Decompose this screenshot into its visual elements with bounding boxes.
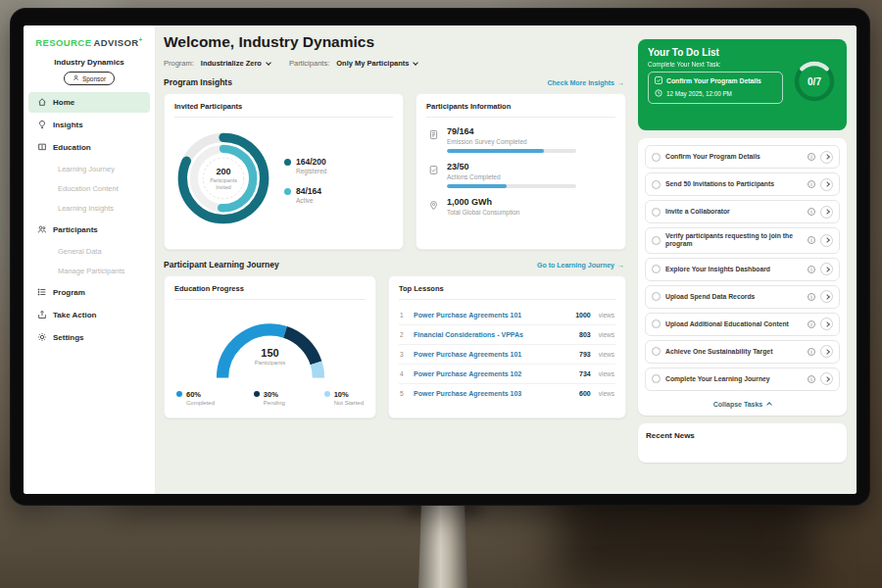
checkbox-checked-icon	[655, 76, 662, 86]
task-row[interactable]: Confirm Your Program Details	[645, 145, 840, 169]
legend-value: 164/200	[296, 157, 326, 167]
task-row[interactable]: Achieve One Sustainability Target	[645, 340, 840, 364]
dashboard-screen: RESOURCEADVISOR+ Industry Dynamics Spons…	[24, 25, 857, 494]
chevron-right-icon[interactable]	[820, 290, 833, 303]
sidebar-item-education-content[interactable]: Education Content	[28, 179, 150, 198]
participants-filter-dropdown[interactable]: Only My Participants	[336, 59, 417, 68]
chevron-right-icon[interactable]	[820, 151, 833, 164]
check-more-insights-link[interactable]: Check More Insights →	[548, 79, 624, 86]
lesson-link[interactable]: Power Purchase Agreements 101	[414, 312, 569, 318]
progress-bar	[447, 149, 576, 153]
legend-dot	[176, 391, 182, 397]
lesson-link[interactable]: Financial Considerations - VPPAs	[414, 331, 573, 338]
legend-item: 164/200 Registered	[284, 157, 326, 174]
task-row[interactable]: Complete Your Learning Journey	[645, 368, 840, 391]
info-icon[interactable]	[808, 348, 815, 356]
sidebar-item-program[interactable]: Program	[28, 282, 150, 303]
info-icon[interactable]	[808, 236, 815, 244]
info-icon[interactable]	[808, 320, 815, 328]
task-row[interactable]: Upload Spend Data Records	[645, 285, 840, 309]
todo-summary-card: Your To Do List Complete Your Next Task:…	[638, 39, 847, 130]
info-row: 1,000 GWh Total Global Consumption	[428, 197, 613, 216]
task-checkbox[interactable]	[652, 236, 661, 245]
sidebar-item-general-data[interactable]: General Data	[28, 242, 150, 261]
survey-icon	[428, 126, 439, 153]
gauge-center-label: Participants	[197, 360, 344, 366]
sidebar-item-manage-participants[interactable]: Manage Participants	[28, 262, 150, 280]
program-filter-dropdown[interactable]: Industrialize Zero	[201, 59, 270, 68]
sidebar-item-home[interactable]: Home	[28, 92, 150, 113]
legend-item: 30% Pending	[254, 390, 285, 406]
lesson-row: 4 Power Purchase Agreements 102 734 view…	[399, 365, 615, 384]
lesson-row: 3 Power Purchase Agreements 101 793 view…	[399, 345, 615, 365]
sidebar-item-take-action[interactable]: Take Action	[28, 305, 150, 325]
chevron-right-icon[interactable]	[820, 372, 833, 385]
sidebar-item-participants[interactable]: Participants	[28, 220, 150, 240]
legend-label: Not Started	[334, 400, 364, 406]
task-checkbox[interactable]	[652, 208, 661, 217]
lesson-views: 734	[579, 370, 591, 377]
education-icon	[37, 142, 47, 154]
sidebar-item-education[interactable]: Education	[28, 137, 150, 158]
task-checkbox[interactable]	[652, 292, 661, 301]
home-icon	[37, 97, 47, 109]
chevron-down-icon	[414, 60, 419, 66]
sidebar-item-settings[interactable]: Settings	[28, 327, 150, 348]
task-row[interactable]: Invite a Collaborator	[645, 200, 840, 223]
chevron-right-icon[interactable]	[820, 234, 833, 247]
lesson-link[interactable]: Power Purchase Agreements 102	[414, 370, 573, 377]
task-row[interactable]: Verify participants requesting to join t…	[645, 227, 840, 254]
chevron-up-icon	[766, 403, 772, 409]
info-icon[interactable]	[808, 153, 815, 161]
task-checkbox[interactable]	[652, 374, 661, 383]
legend-value: 10%	[334, 390, 364, 399]
chevron-right-icon[interactable]	[820, 345, 833, 358]
task-row[interactable]: Send 50 Invitations to Participants	[645, 172, 840, 196]
link-label: Check More Insights	[548, 79, 614, 86]
task-checkbox[interactable]	[652, 153, 661, 162]
next-task-box[interactable]: Confirm Your Program Details 12 May 2025…	[648, 72, 783, 104]
collapse-tasks-button[interactable]: Collapse Tasks	[645, 395, 840, 412]
go-to-learning-journey-link[interactable]: Go to Learning Journey →	[537, 262, 624, 269]
top-lessons-card: Top Lessons 1 Power Purchase Agreements …	[388, 275, 626, 418]
info-icon[interactable]	[808, 266, 815, 273]
recent-news-title: Recent News	[646, 431, 839, 440]
chevron-right-icon[interactable]	[820, 318, 833, 330]
lesson-link[interactable]: Power Purchase Agreements 103	[414, 390, 573, 397]
sidebar-item-label: Manage Participants	[58, 267, 124, 275]
logo-plus: +	[138, 36, 142, 43]
lesson-row: 2 Financial Considerations - VPPAs 803 v…	[399, 325, 615, 345]
task-checkbox[interactable]	[652, 347, 661, 356]
task-label: Send 50 Invitations to Participants	[665, 180, 803, 188]
program-icon	[37, 287, 47, 299]
legend-dot	[254, 391, 260, 397]
legend-label: Completed	[186, 400, 215, 406]
sidebar-item-learning-insights[interactable]: Learning Insights	[28, 199, 150, 218]
task-checkbox[interactable]	[652, 180, 661, 189]
sidebar-item-learning-journey[interactable]: Learning Journey	[28, 160, 150, 178]
chevron-right-icon[interactable]	[820, 206, 833, 219]
lesson-views: 600	[579, 390, 591, 397]
chevron-right-icon[interactable]	[820, 178, 833, 191]
info-icon[interactable]	[808, 375, 815, 383]
chevron-right-icon[interactable]	[820, 263, 833, 275]
metric-label: Emission Survey Completed	[447, 138, 576, 145]
metric-value: 23/50	[447, 162, 576, 172]
card-title: Top Lessons	[399, 284, 615, 300]
donut-center-value: 200	[216, 167, 230, 176]
task-checkbox[interactable]	[652, 319, 661, 328]
task-label: Confirm Your Program Details	[665, 153, 803, 161]
info-icon[interactable]	[808, 180, 815, 188]
info-icon[interactable]	[808, 293, 815, 301]
sponsor-badge[interactable]: Sponsor	[64, 72, 115, 85]
education-progress-gauge-chart: 150 Participants	[197, 306, 344, 384]
task-row[interactable]: Upload Additional Educational Content	[645, 313, 840, 336]
lesson-link[interactable]: Power Purchase Agreements 101	[414, 351, 573, 358]
sidebar-item-insights[interactable]: Insights	[28, 115, 150, 135]
task-checkbox[interactable]	[652, 265, 661, 273]
info-row: 79/164 Emission Survey Completed	[428, 126, 613, 153]
sidebar-item-label: Take Action	[53, 311, 96, 319]
info-icon[interactable]	[808, 208, 815, 216]
resource-advisor-logo: RESOURCEADVISOR+	[24, 36, 155, 48]
task-row[interactable]: Explore Your Insights Dashboard	[645, 258, 840, 281]
